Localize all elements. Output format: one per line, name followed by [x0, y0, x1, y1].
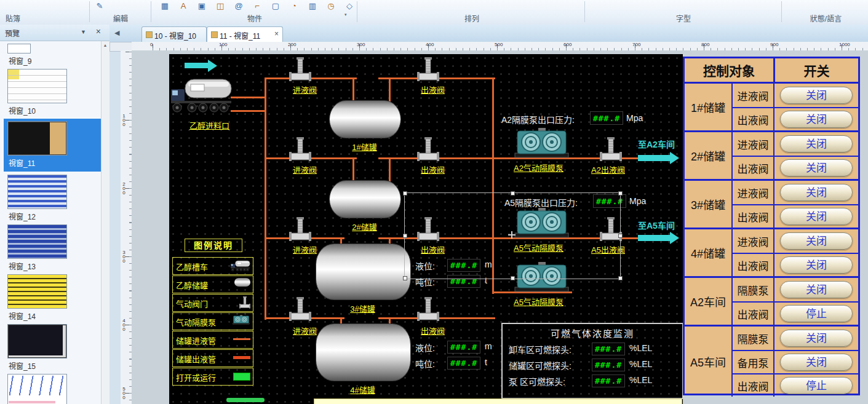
thumbnail-label: 視窗_11 — [9, 157, 97, 168]
clock-icon[interactable]: ◷ — [324, 0, 338, 12]
close-button[interactable]: 关闭 — [780, 354, 853, 371]
pneumatic-valve[interactable] — [417, 57, 439, 82]
selection-handle[interactable] — [403, 234, 407, 238]
control-group-3#储罐: 3#储罐进液阀关闭出液阀关闭 — [685, 181, 858, 229]
ribbon-separator — [89, 1, 90, 22]
storage-tank[interactable] — [316, 244, 411, 300]
pipe-icon[interactable]: ⌐ — [250, 0, 265, 12]
storage-tank[interactable] — [329, 100, 401, 138]
storage-tank[interactable] — [316, 323, 411, 381]
pneumatic-valve[interactable] — [289, 297, 311, 322]
selection-handle[interactable] — [511, 276, 515, 280]
sidebar-item-視窗_11[interactable]: 視窗_11 — [4, 119, 101, 172]
window-object-icon[interactable]: ▢ — [268, 0, 283, 12]
tool-dropdown-icon[interactable]: ▾ — [344, 12, 347, 17]
window-thumbnail[interactable] — [7, 44, 31, 53]
storage-tank[interactable] — [329, 180, 401, 218]
selection-handle[interactable] — [403, 276, 407, 280]
close-button[interactable]: 关闭 — [780, 159, 853, 176]
tab-scroll-left-button[interactable]: ◀ — [114, 29, 119, 37]
image-icon[interactable]: ▣ — [194, 0, 209, 12]
chart-icon[interactable]: ▥ — [305, 0, 320, 12]
control-item-label: 出液阀 — [731, 156, 773, 179]
selection-handle[interactable] — [618, 234, 623, 238]
preview-sidebar: 預覽 ▼ × 視窗_9視窗_10視窗_11視窗_12視窗_13視窗_14視窗_1… — [0, 25, 110, 404]
shape-icon[interactable]: ◇ — [342, 0, 357, 12]
ruler-number: 0 — [150, 42, 153, 47]
window-thumbnail[interactable] — [7, 69, 67, 103]
snap-grid-icon[interactable]: ▦ — [157, 0, 172, 12]
sidebar-close-icon[interactable]: × — [96, 26, 101, 36]
sidebar-item-視窗_13[interactable]: 視窗_13 — [7, 224, 102, 271]
ruler-number: 400 — [426, 42, 434, 47]
pneumatic-valve[interactable] — [289, 217, 311, 242]
sidebar-item-視窗_12[interactable]: 視窗_12 — [7, 175, 102, 221]
window-thumbnail[interactable] — [7, 175, 67, 209]
ethanol-tanker-truck[interactable] — [171, 76, 233, 116]
pneumatic-valve[interactable] — [417, 137, 439, 162]
close-button[interactable]: 关闭 — [780, 256, 853, 274]
close-button[interactable]: 关闭 — [780, 330, 853, 347]
pneumatic-valve[interactable] — [417, 297, 439, 322]
pneumatic-valve[interactable] — [289, 137, 311, 162]
window-thumbnail[interactable] — [7, 374, 67, 404]
truck-icon — [231, 259, 250, 274]
close-button[interactable]: 关闭 — [780, 232, 853, 250]
stop-button[interactable]: 停止 — [780, 305, 853, 322]
meter-icon[interactable]: ◔ — [287, 0, 301, 12]
address-icon[interactable]: @ — [231, 0, 246, 12]
ruler-number: 800 — [701, 42, 709, 47]
pressure-unit: Mpa — [626, 113, 643, 123]
sidebar-scrollbar[interactable]: ▲ — [101, 41, 109, 404]
close-button[interactable]: 关闭 — [780, 184, 853, 201]
window-thumbnail[interactable] — [7, 274, 67, 309]
selection-handle[interactable] — [403, 191, 407, 196]
ribbon-group-label: 排列 — [359, 13, 584, 23]
text-icon[interactable]: A — [176, 0, 191, 12]
pipe-segment — [352, 157, 354, 182]
close-button[interactable]: 关闭 — [780, 87, 853, 104]
pressure-display[interactable]: ###.# — [590, 111, 623, 125]
animation-icon[interactable]: ◫ — [213, 0, 228, 12]
close-button[interactable]: 关闭 — [780, 135, 853, 152]
pneumatic-valve[interactable] — [600, 137, 622, 162]
gas-display[interactable]: ###.# — [592, 343, 625, 355]
scroll-up-icon[interactable]: ▲ — [102, 41, 109, 49]
control-item-label: 隔膜泵 — [731, 278, 773, 301]
gas-display[interactable]: ###.# — [592, 374, 625, 387]
ribbon-group-label: 物件 — [153, 13, 357, 23]
gas-display[interactable]: ###.# — [592, 358, 625, 371]
sidebar-item-視窗_9[interactable]: 視窗_9 — [7, 44, 102, 66]
sidebar-dropdown-icon[interactable]: ▼ — [81, 29, 86, 35]
ruler-number: 100 — [219, 42, 227, 47]
window-thumbnail[interactable] — [7, 121, 67, 156]
control-item-label: 进液阀 — [731, 229, 773, 253]
window-thumbnail[interactable] — [7, 324, 67, 358]
sidebar-item-視窗_16[interactable]: 視窗_16 — [7, 374, 102, 404]
gauge-display[interactable]: ###.# — [447, 357, 480, 370]
window-thumbnail[interactable] — [7, 224, 67, 259]
scada-screen-canvas[interactable]: 乙醇进料口进液阀出液阀进液阀出液阀进液阀出液阀进液阀出液阀A2出液阀A5出液阀1… — [169, 54, 683, 404]
diaphragm-pump[interactable] — [512, 128, 571, 158]
selection-handle[interactable] — [511, 191, 515, 196]
close-button[interactable]: 关闭 — [780, 111, 853, 128]
editor-main-area: ◀10 - 視窗_1011 - 視窗_11× 01002003004005006… — [109, 25, 868, 404]
close-button[interactable]: 关闭 — [780, 281, 853, 298]
gauge-display[interactable]: ###.# — [447, 341, 480, 354]
button-cell: 关闭 — [773, 350, 858, 373]
tab-11 - 視窗_11[interactable]: 11 - 視窗_11× — [207, 26, 283, 42]
stop-button[interactable]: 停止 — [780, 377, 853, 394]
close-button[interactable]: 关闭 — [780, 208, 853, 225]
sidebar-item-視窗_15[interactable]: 視窗_15 — [7, 324, 102, 371]
sidebar-item-視窗_14[interactable]: 視窗_14 — [7, 274, 102, 321]
selection-handle[interactable] — [618, 191, 623, 196]
tab-close-icon[interactable]: × — [274, 30, 279, 38]
legend-item-pipe-thin: 储罐进液管 — [172, 331, 253, 349]
sidebar-item-視窗_10[interactable]: 視窗_10 — [7, 69, 102, 116]
tab-10 - 視窗_10[interactable]: 10 - 視窗_10 — [141, 26, 207, 43]
legend-item-indicator-green: 打开或运行 — [172, 368, 253, 386]
pump-label: A5气动隔膜泵 — [514, 296, 563, 307]
selection-handle[interactable] — [618, 276, 623, 280]
pneumatic-valve[interactable] — [289, 57, 311, 82]
edit-tool-icon[interactable]: ✎ — [92, 0, 107, 12]
